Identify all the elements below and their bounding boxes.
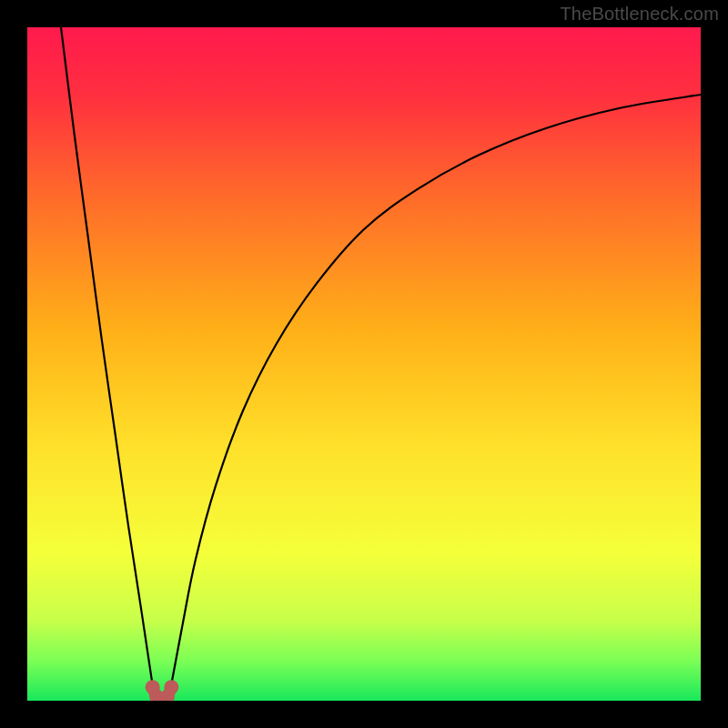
plot-area bbox=[27, 27, 701, 701]
watermark-text: TheBottleneck.com bbox=[560, 4, 719, 25]
bottleneck-curve-right bbox=[172, 95, 701, 681]
trough-marker-dots bbox=[146, 680, 179, 701]
trough-marker-dot bbox=[164, 680, 178, 694]
outer-frame: TheBottleneck.com bbox=[0, 0, 728, 728]
curve-layer bbox=[27, 27, 701, 701]
bottleneck-curve-left bbox=[61, 27, 152, 681]
